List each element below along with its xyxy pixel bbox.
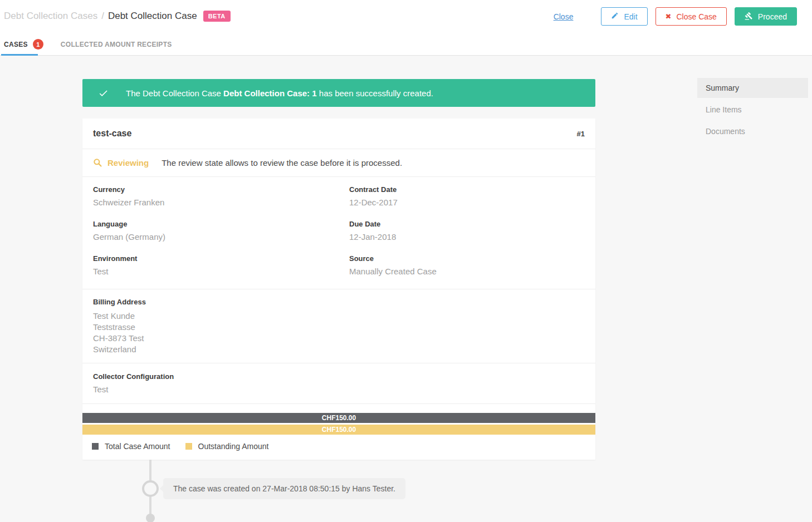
total-case-amount-bar: CHF150.00 [82,413,595,423]
field-value: Test [93,267,349,276]
billing-line: CH-3873 Test [93,333,585,344]
breadcrumb-separator: / [101,11,104,22]
case-history-timeline: The case was created on 27-Mar-2018 08:5… [82,460,595,522]
collector-configuration-value: Test [93,385,585,394]
collector-configuration-label: Collector Configuration [93,372,585,381]
legend-label-outstanding: Outstanding Amount [198,442,269,451]
proceed-button-label: Proceed [758,12,787,21]
main-column: The Debt Collection Case Debt Collection… [82,79,595,522]
field-label: Environment [93,254,349,263]
field-value: Manually Created Case [349,267,585,276]
legend-item-total: Total Case Amount [92,442,170,451]
nav-item-label: Line Items [706,105,742,114]
tab-cases-label: CASES [4,41,28,48]
banner-text-prefix: The Debt Collection Case [126,88,223,98]
field-value: 12-Dec-2017 [349,198,585,207]
field-language: Language German (Germany) [93,220,349,242]
cases-count-badge: 1 [33,39,43,50]
field-label: Due Date [349,220,585,228]
nav-item-label: Summary [706,83,739,92]
banner-text-bold: Debt Collection Case: 1 [223,88,317,98]
status-badge: Reviewing [107,158,149,168]
timeline-event-text: The case was created on 27-Mar-2018 08:5… [173,484,395,493]
edit-button[interactable]: Edit [601,7,647,26]
field-value: 12-Jan-2018 [349,232,585,242]
nav-item-documents[interactable]: Documents [697,121,808,141]
field-contract-date: Contract Date 12-Dec-2017 [349,185,585,207]
case-card-header: test-case #1 [82,119,595,149]
billing-line: Teststrasse [93,322,585,333]
fields-right-column: Contract Date 12-Dec-2017 Due Date 12-Ja… [349,185,585,289]
tab-bar: CASES 1 COLLECTED AMOUNT RECEIPTS [0,33,812,56]
gavel-icon [745,12,753,22]
outstanding-amount-bar: CHF150.00 [82,425,595,435]
check-icon [98,88,109,99]
billing-address-section: Billing Address Test Kunde Teststrasse C… [82,289,595,363]
pencil-icon [611,12,619,21]
tab-collected-amount-receipts[interactable]: COLLECTED AMOUNT RECEIPTS [61,41,172,48]
legend-swatch-outstanding [185,443,192,450]
case-number: #1 [577,130,585,138]
top-header: Debt Collection Cases / Debt Collection … [0,0,812,33]
x-icon: ✖ [666,13,672,20]
beta-badge: BETA [203,11,231,22]
field-label: Contract Date [349,185,585,194]
close-case-button-label: Close Case [676,12,716,21]
section-nav: Summary Line Items Documents [697,78,808,143]
edit-button-label: Edit [624,12,637,21]
nav-item-label: Documents [706,127,745,136]
field-due-date: Due Date 12-Jan-2018 [349,220,585,242]
field-label: Language [93,220,349,228]
billing-line: Switzerland [93,344,585,355]
close-case-button[interactable]: ✖ Close Case [656,7,727,26]
success-banner: The Debt Collection Case Debt Collection… [82,79,595,107]
case-fields-section: Currency Schweizer Franken Language Germ… [82,177,595,289]
field-value: German (Germany) [93,232,349,242]
timeline-event-bubble: The case was created on 27-Mar-2018 08:5… [163,478,405,499]
header-actions: Close Edit ✖ Close Case Proceed [554,7,797,26]
field-environment: Environment Test [93,254,349,276]
close-link[interactable]: Close [554,12,574,21]
page-title: Debt Collection Case [108,11,197,22]
timeline-event-marker [142,480,159,497]
banner-text-suffix: has been successfully created. [317,88,433,98]
tab-cases[interactable]: CASES 1 [4,39,43,50]
breadcrumb: Debt Collection Cases / Debt Collection … [4,11,231,22]
billing-address-lines: Test Kunde Teststrasse CH-3873 Test Swit… [93,311,585,355]
amount-bar-chart: CHF150.00 CHF150.00 [82,413,595,435]
collector-configuration-section: Collector Configuration Test [82,363,595,404]
fields-left-column: Currency Schweizer Franken Language Germ… [93,185,349,289]
legend-item-outstanding: Outstanding Amount [185,442,269,451]
breadcrumb-parent-link[interactable]: Debt Collection Cases [4,11,97,22]
case-card: test-case #1 Reviewing The review state … [82,119,595,460]
field-label: Currency [93,185,349,194]
case-title: test-case [93,129,131,139]
tab-receipts-label: COLLECTED AMOUNT RECEIPTS [61,41,172,48]
nav-item-summary[interactable]: Summary [697,78,808,98]
billing-address-label: Billing Address [93,298,585,306]
content-area: The Debt Collection Case Debt Collection… [0,56,812,522]
proceed-button[interactable]: Proceed [735,7,797,26]
field-source: Source Manually Created Case [349,254,585,276]
billing-line: Test Kunde [93,311,585,322]
field-label: Source [349,254,585,263]
status-description: The review state allows to review the ca… [162,158,402,168]
timeline-end-dot [146,514,155,522]
success-banner-text: The Debt Collection Case Debt Collection… [126,88,433,98]
legend-swatch-total [92,443,99,450]
field-currency: Currency Schweizer Franken [93,185,349,207]
field-value: Schweizer Franken [93,198,349,207]
chart-legend: Total Case Amount Outstanding Amount [82,435,595,460]
legend-label-total: Total Case Amount [105,442,170,451]
case-status-row: Reviewing The review state allows to rev… [82,149,595,177]
nav-item-line-items[interactable]: Line Items [697,100,808,120]
search-icon [93,158,102,168]
